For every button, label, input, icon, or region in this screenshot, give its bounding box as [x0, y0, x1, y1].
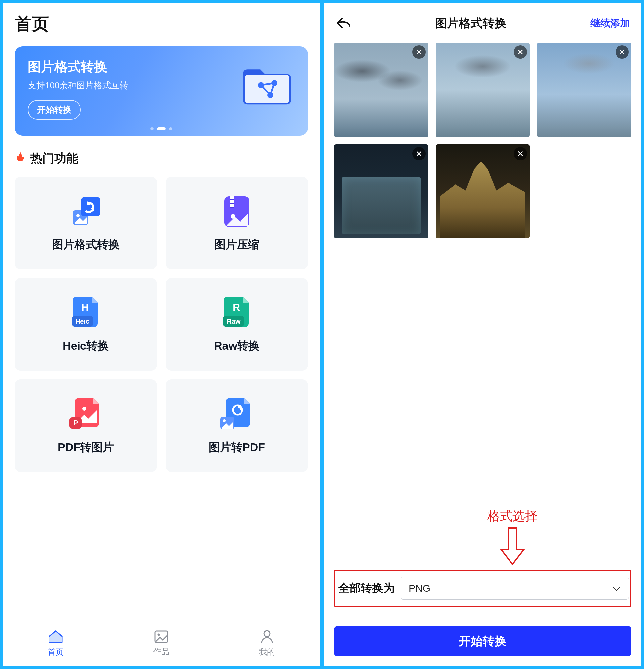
- flame-icon: [15, 151, 26, 166]
- svg-text:P: P: [73, 418, 78, 427]
- pdf-to-image-icon: P: [68, 396, 104, 432]
- nav-works[interactable]: 作品: [108, 620, 214, 666]
- svg-text:Raw: Raw: [227, 318, 240, 325]
- svg-rect-8: [229, 196, 234, 199]
- banner-pagination-dots[interactable]: [150, 127, 172, 130]
- back-button[interactable]: [335, 16, 351, 31]
- remove-image-button[interactable]: [514, 45, 527, 59]
- image-icon: [154, 630, 169, 645]
- feature-label: 图片格式转换: [52, 237, 120, 252]
- svg-point-25: [157, 633, 160, 636]
- format-select[interactable]: PNG: [401, 577, 629, 600]
- nav-label: 首页: [48, 647, 64, 657]
- left-screen: 首页 图片格式转换 支持100余种图片格式互转 开始转换: [3, 3, 320, 666]
- person-icon: [261, 630, 274, 645]
- svg-rect-27: [508, 528, 516, 550]
- start-convert-button[interactable]: 开始转换: [334, 626, 631, 656]
- format-row: 全部转换为 PNG: [334, 570, 631, 607]
- svg-rect-28: [509, 549, 516, 551]
- nav-label: 我的: [259, 647, 275, 657]
- feature-card-raw[interactable]: R Raw Raw转换: [166, 278, 308, 371]
- svg-point-26: [264, 630, 270, 637]
- feature-label: Raw转换: [214, 339, 260, 354]
- image-thumbnail[interactable]: [334, 43, 428, 137]
- remove-image-button[interactable]: [412, 45, 426, 59]
- nav-home[interactable]: 首页: [3, 620, 108, 666]
- feature-card-convert[interactable]: 图片格式转换: [15, 176, 157, 269]
- right-screen: 图片格式转换 继续添加: [324, 3, 641, 666]
- banner-cta-button[interactable]: 开始转换: [28, 100, 81, 119]
- svg-text:Heic: Heic: [75, 318, 89, 325]
- svg-rect-5: [81, 197, 100, 216]
- image-to-pdf-icon: [219, 396, 255, 432]
- selected-format: PNG: [409, 583, 430, 594]
- feature-label: 图片转PDF: [209, 440, 265, 455]
- remove-image-button[interactable]: [514, 147, 527, 160]
- svg-point-23: [223, 419, 226, 422]
- svg-rect-9: [229, 200, 234, 203]
- hero-banner[interactable]: 图片格式转换 支持100余种图片格式互转 开始转换: [15, 46, 308, 136]
- svg-text:H: H: [82, 302, 89, 313]
- raw-icon: R Raw: [219, 295, 255, 331]
- folder-share-icon: [240, 65, 294, 110]
- remove-image-button[interactable]: [412, 147, 426, 160]
- compress-icon: [219, 194, 255, 230]
- feature-card-compress[interactable]: 图片压缩: [166, 176, 308, 269]
- image-thumbnail[interactable]: [334, 144, 428, 239]
- feature-card-img2pdf[interactable]: 图片转PDF: [166, 379, 308, 472]
- add-more-button[interactable]: 继续添加: [590, 17, 630, 30]
- svg-point-18: [83, 407, 86, 411]
- thumbnail-grid: [324, 39, 641, 242]
- svg-text:R: R: [233, 302, 240, 313]
- feature-label: Heic转换: [62, 339, 109, 354]
- remove-image-button[interactable]: [616, 45, 629, 59]
- page-title: 首页: [15, 13, 308, 36]
- image-thumbnail[interactable]: [436, 144, 530, 239]
- home-icon: [48, 630, 63, 645]
- arrow-down-icon: [364, 527, 641, 566]
- nav-label: 作品: [153, 646, 169, 657]
- chevron-down-icon: [612, 583, 621, 594]
- image-thumbnail[interactable]: [537, 43, 631, 137]
- feature-card-heic[interactable]: H Heic Heic转换: [15, 278, 157, 371]
- callout-label: 格式选择: [364, 508, 641, 525]
- svg-point-4: [76, 214, 80, 217]
- feature-card-pdf2img[interactable]: P PDF转图片: [15, 379, 157, 472]
- feature-label: PDF转图片: [58, 440, 114, 455]
- nav-mine[interactable]: 我的: [214, 620, 320, 666]
- convert-all-label: 全部转换为: [338, 581, 394, 596]
- convert-icon: [68, 194, 104, 230]
- screen-title: 图片格式转换: [435, 15, 506, 31]
- heic-icon: H Heic: [68, 295, 104, 331]
- section-title: 热门功能: [30, 151, 78, 167]
- feature-label: 图片压缩: [214, 237, 260, 252]
- bottom-nav: 首页 作品 我的: [3, 620, 320, 666]
- svg-rect-10: [229, 204, 234, 207]
- image-thumbnail[interactable]: [436, 43, 530, 137]
